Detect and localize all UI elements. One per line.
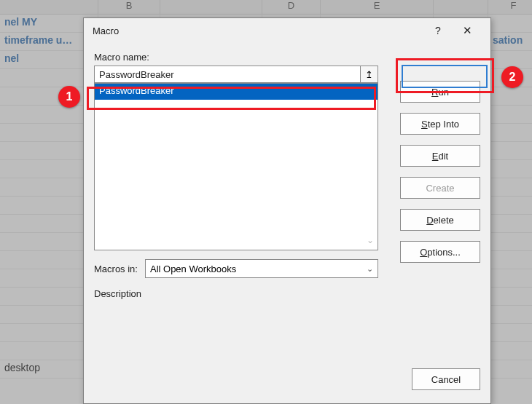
annotation-badge-2: 2	[501, 66, 523, 88]
options-button[interactable]: Options...	[400, 241, 480, 263]
close-button[interactable]: ✕	[453, 24, 482, 37]
delete-button[interactable]: Delete	[400, 209, 480, 231]
macros-in-value: All Open Workbooks	[150, 264, 236, 274]
titlebar: Macro ? ✕	[84, 18, 490, 43]
collapse-dialog-button[interactable]: ↥	[361, 66, 378, 83]
macro-name-input[interactable]	[94, 66, 361, 83]
chevron-down-icon: ⌄	[367, 264, 373, 274]
macros-in-combo[interactable]: All Open Workbooks ⌄	[145, 259, 378, 278]
cancel-button[interactable]: Cancel	[412, 368, 480, 390]
scroll-down-icon[interactable]: ⌄	[367, 235, 377, 245]
annotation-badge-1: 1	[58, 86, 80, 108]
create-button: Create	[400, 177, 480, 199]
macro-listbox[interactable]: PasswordBreaker ⌄	[94, 83, 378, 250]
help-button[interactable]: ?	[423, 25, 453, 36]
dialog-title: Macro	[93, 25, 423, 36]
macro-dialog: Macro ? ✕ Macro name: ↥ PasswordBreaker …	[83, 17, 491, 404]
run-button[interactable]: Run	[400, 81, 480, 103]
macro-list-item[interactable]: PasswordBreaker	[95, 84, 378, 100]
arrow-up-icon: ↥	[365, 69, 373, 80]
step-into-button[interactable]: Step Into	[400, 113, 480, 135]
macro-name-label: Macro name:	[94, 52, 480, 63]
description-label: Description	[94, 288, 480, 299]
edit-button[interactable]: Edit	[400, 145, 480, 167]
macros-in-label: Macros in:	[94, 264, 138, 274]
